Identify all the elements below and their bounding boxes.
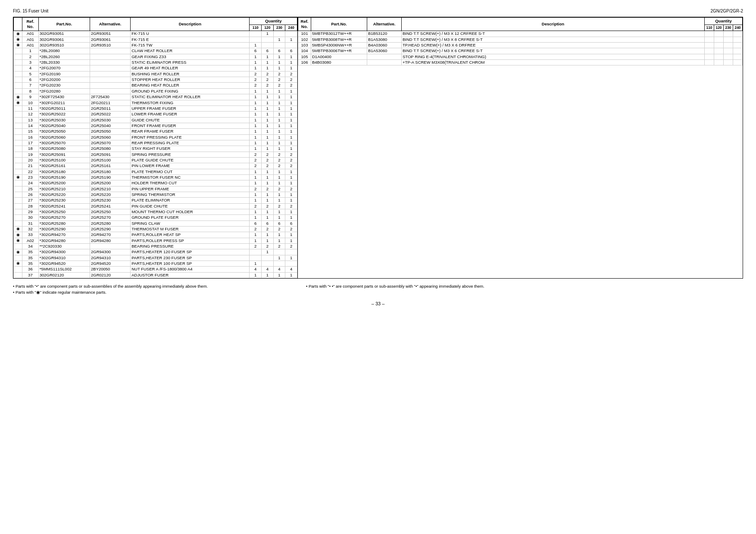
qty-cell: 1 (285, 65, 297, 71)
ref-no-cell: 6 (22, 77, 39, 83)
alt-cell (90, 244, 131, 249)
ref-no-cell: 23 (22, 174, 39, 180)
qty-cell: 1 (250, 261, 262, 267)
right-qty-cell (714, 37, 724, 42)
right-qty-cell (705, 31, 714, 37)
right-qty-cell (714, 60, 724, 65)
right-qty-cell (733, 43, 743, 48)
table-row: 26*302GR252202GR25220SPRING THERMISTOR11… (14, 192, 297, 198)
ref-no-cell: 14 (22, 123, 39, 128)
table-row: ◉A01302GR935102GR93510FK-715 TW1 (14, 43, 297, 48)
right-part-no-cell: 5MBSP43006NW++R (311, 43, 367, 48)
qty-110: 110 (250, 25, 262, 31)
qty-cell: 1 (285, 232, 297, 238)
qty-cell: 2 (250, 186, 262, 192)
qty-cell: 2 (262, 77, 274, 83)
ref-no-cell: 37 (22, 272, 39, 278)
ref-no-cell: 33 (22, 232, 39, 238)
right-desc-cell: BIND T.T SCREW(+) / M3 X 8 CRFREE S-T (402, 37, 705, 42)
qty-cell: 2 (262, 227, 274, 232)
ref-no-cell: 9 (22, 94, 39, 100)
alt-cell: 2GR93061 (90, 37, 131, 42)
qty-cell: 1 (273, 146, 285, 152)
desc-cell: FRONT FRAME FUSER (131, 123, 250, 128)
qty-cell: 1 (273, 106, 285, 111)
checkbox-cell (14, 152, 22, 157)
desc-cell: ADJUSTOR FUSER (131, 272, 250, 278)
qty-cell: 1 (262, 174, 274, 180)
ref-no-cell: 15 (22, 129, 39, 134)
qty-cell: 1 (262, 249, 274, 255)
desc-cell: BEARING HEAT ROLLER (131, 83, 250, 88)
part-no-cell: *302GR25180 (38, 169, 90, 174)
right-part-no-cell: 5MBTPB3006TW++R (311, 48, 367, 54)
right-qty-cell (714, 48, 724, 54)
ref-no-cell: 17 (22, 140, 39, 146)
qty-cell: 2 (273, 152, 285, 157)
qty-cell (250, 31, 262, 37)
page-header: FIG. 15 Fuser Unit 2GN/2GP/2GR-2 (13, 9, 743, 13)
qty-cell: 2 (273, 157, 285, 163)
right-qty-cell (714, 43, 724, 48)
part-no-cell: 302GR02120 (38, 272, 90, 278)
qty-cell: 2 (250, 77, 262, 83)
table-row: 1015MBTPB3012TW++RB1B53120BIND T.T SCREW… (298, 31, 743, 37)
qty-cell: 2 (262, 244, 274, 249)
qty-cell: 1 (273, 198, 285, 203)
qty-cell: 1 (250, 123, 262, 128)
right-footnotes: • Parts with "• •" are component parts o… (306, 284, 743, 295)
qty-240: 240 (285, 25, 297, 31)
right-qty-cell (705, 37, 714, 42)
qty-cell: 1 (250, 88, 262, 94)
qty-cell: 1 (262, 112, 274, 117)
desc-cell: PARTS,HEATER 120 FUSER SP (131, 249, 250, 255)
alt-cell: 2GR25250 (90, 209, 131, 215)
alt-cell: 2GR25200 (90, 180, 131, 186)
table-row: 28*302GR252412GR25241PIN GUIDE CHUTE2222 (14, 203, 297, 209)
alt-cell: 2GR93510 (90, 43, 131, 48)
right-qty-cell (724, 37, 733, 42)
alt-cell: 2GR25290 (90, 227, 131, 232)
qty-cell: 1 (285, 134, 297, 140)
alt-cell: 2F725430 (90, 94, 131, 100)
part-no-cell: *302FG20211 (38, 100, 90, 106)
table-row: 21*302GR251612GR25161PIN LOWER FRAME2222 (14, 163, 297, 169)
table-row: 13*302GR250302GR25030GUIDE CHUTE1111 (14, 117, 297, 123)
desc-cell: FRONT PRESSING PLATE (131, 134, 250, 140)
qty-cell: 2 (273, 186, 285, 192)
qty-cell: 1 (250, 65, 262, 71)
right-desc-cell: BIND T.T SCREW(+) / M3 X 12 CRFREE S-T (402, 31, 705, 37)
ref-no-cell: 27 (22, 198, 39, 203)
qty-cell: 1 (262, 106, 274, 111)
table-row: 106B4B03080+TP-A SCREW M3X08(TRIVALENT C… (298, 60, 743, 65)
right-ref-no-cell: 101 (298, 31, 311, 37)
checkbox-cell (14, 163, 22, 169)
qty-cell: 1 (285, 129, 297, 134)
table-row: 1045MBTPB3006TW++RB1A53060BIND T.T SCREW… (298, 48, 743, 54)
part-no-cell: *2FG20070 (38, 65, 90, 71)
part-no-cell: *302GR25230 (38, 198, 90, 203)
desc-cell: PLATE GUIDE CHUTE (131, 157, 250, 163)
right-part-no-cell: 5MBTPB3012TW++R (311, 31, 367, 37)
table-row: 35*302GR943102GR94310PARTS,HEATER 230 FU… (14, 255, 297, 261)
part-no-cell: *302GR94520 (38, 261, 90, 267)
checkbox-cell (14, 169, 22, 174)
part-no-cell: *302GR25190 (38, 174, 90, 180)
right-alt-cell: B4A03060 (367, 43, 402, 48)
qty-cell: 2 (250, 203, 262, 209)
part-no-cell: *302GR25250 (38, 209, 90, 215)
desc-cell: HOLDER THERMO CUT (131, 180, 250, 186)
part-no-cell: *302GR25011 (38, 106, 90, 111)
right-qty-cell (705, 43, 714, 48)
desc-cell: NUT FUSER A /FS-1800/3800 A4 (131, 267, 250, 272)
qty-cell: 2 (285, 83, 297, 88)
qty-cell: 1 (250, 180, 262, 186)
qty-cell: 1 (262, 94, 274, 100)
right-alt-cell: B1A53060 (367, 48, 402, 54)
alt-header: Alternative. (90, 18, 131, 31)
desc-cell: THERMISTOR FIXING (131, 100, 250, 106)
qty-cell: 1 (273, 123, 285, 128)
alt-cell: 2GR93051 (90, 31, 131, 37)
table-row: 8*2FG20280GROUND PLATE FIXING1111 (14, 88, 297, 94)
qty-cell: 2 (262, 163, 274, 169)
